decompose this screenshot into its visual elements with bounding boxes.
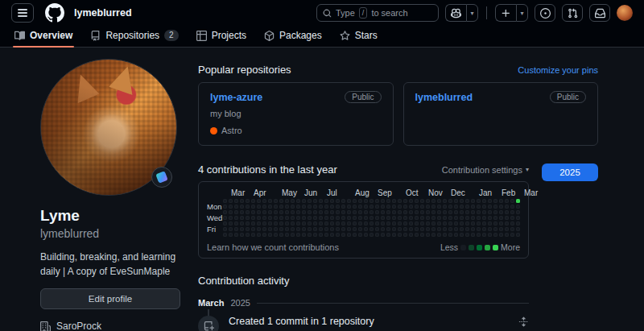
contribution-cell[interactable] [234,233,238,237]
contribution-cell[interactable] [482,205,486,209]
contribution-cell[interactable] [426,210,430,214]
contribution-cell[interactable] [313,216,317,220]
contribution-cell[interactable] [369,205,374,209]
contribution-cell[interactable] [505,227,509,231]
contribution-cell[interactable] [516,221,520,225]
contribution-cell[interactable] [302,227,306,231]
contribution-cell[interactable] [499,210,503,214]
contribution-cell[interactable] [324,233,328,237]
contribution-cell[interactable] [341,221,345,225]
contribution-cell[interactable] [516,216,520,220]
contribution-cell[interactable] [426,221,430,225]
contribution-cell[interactable] [437,210,441,214]
contribution-cell[interactable] [409,216,413,220]
contribution-cell[interactable] [392,233,396,237]
contribution-cell[interactable] [279,210,283,214]
contribution-cell[interactable] [262,233,266,237]
contribution-cell[interactable] [296,205,300,209]
contribution-cell[interactable] [375,221,379,225]
contribution-cell[interactable] [364,221,368,225]
contribution-cell[interactable] [262,199,266,203]
tab-packages[interactable]: Packages [258,26,328,47]
how-we-count-link[interactable]: Learn how we count contributions [207,242,339,252]
collapse-activity-button[interactable] [518,317,529,327]
contribution-cell[interactable] [409,205,413,209]
contribution-cell[interactable] [308,205,312,209]
contribution-cell[interactable] [392,205,396,209]
github-logo-icon[interactable] [45,3,64,23]
contribution-cell[interactable] [336,205,340,209]
contribution-cell[interactable] [268,210,272,214]
contribution-cell[interactable] [285,227,289,231]
contribution-cell[interactable] [403,216,407,220]
contribution-cell[interactable] [431,216,436,220]
contribution-cell[interactable] [296,233,300,237]
contribution-cell[interactable] [291,216,295,220]
contribution-cell[interactable] [386,227,390,231]
contribution-cell[interactable] [257,216,261,220]
contribution-cell[interactable] [341,205,345,209]
contribution-cell[interactable] [381,205,385,209]
contribution-cell[interactable] [482,216,486,220]
contribution-cell[interactable] [369,227,374,231]
contribution-cell[interactable] [274,205,278,209]
contribution-cell[interactable] [291,210,295,214]
contribution-cell[interactable] [437,216,441,220]
contribution-cell[interactable] [420,210,424,214]
contribution-cell[interactable] [415,205,419,209]
contribution-cell[interactable] [426,205,430,209]
contribution-cell[interactable] [234,216,238,220]
contribution-cell[interactable] [291,205,295,209]
contribution-cell[interactable] [353,233,357,237]
contribution-cell[interactable] [358,205,362,209]
contribution-cell[interactable] [229,210,233,214]
contribution-cell[interactable] [336,233,340,237]
contribution-cell[interactable] [285,205,289,209]
contribution-cell[interactable] [460,227,464,231]
contribution-cell[interactable] [353,216,357,220]
contribution-cell[interactable] [443,216,447,220]
contribution-cell[interactable] [477,205,481,209]
contribution-cell[interactable] [268,227,272,231]
contribution-cell[interactable] [482,199,486,203]
contribution-cell[interactable] [437,199,441,203]
contribution-cell[interactable] [234,221,238,225]
contribution-cell[interactable] [505,205,509,209]
tab-repositories[interactable]: Repositories 2 [84,26,184,47]
contribution-cell[interactable] [358,199,362,203]
contribution-cell[interactable] [223,210,227,214]
contribution-cell[interactable] [257,210,261,214]
contribution-cell[interactable] [482,221,486,225]
contribution-cell[interactable] [291,221,295,225]
contribution-cell[interactable] [471,205,475,209]
contribution-cell[interactable] [488,233,492,237]
contribution-cell[interactable] [229,221,233,225]
contribution-cell[interactable] [234,205,238,209]
contribution-cell[interactable] [420,227,424,231]
contribution-cell[interactable] [347,199,351,203]
contribution-cell[interactable] [392,227,396,231]
contribution-cell[interactable] [268,221,272,225]
contribution-cell[interactable] [262,227,266,231]
contribution-cell[interactable] [443,205,447,209]
contribution-cell[interactable] [308,233,312,237]
contribution-cell[interactable] [415,221,419,225]
create-new-dropdown-button[interactable]: ▾ [516,4,528,22]
contribution-cell[interactable] [403,233,407,237]
contribution-cell[interactable] [431,199,436,203]
repo-link[interactable]: lymeblurred [415,92,473,103]
contribution-cell[interactable] [448,233,452,237]
contribution-cell[interactable] [398,221,402,225]
contribution-cell[interactable] [330,233,334,237]
contribution-cell[interactable] [454,216,458,220]
contribution-cell[interactable] [465,199,469,203]
contribution-cell[interactable] [268,233,272,237]
contribution-cell[interactable] [488,210,492,214]
contribution-cell[interactable] [234,199,238,203]
contribution-cell[interactable] [251,227,255,231]
contribution-cell[interactable] [482,227,486,231]
contribution-cell[interactable] [353,205,357,209]
contribution-cell[interactable] [369,221,374,225]
set-status-button[interactable] [151,167,172,188]
contribution-cell[interactable] [279,199,283,203]
